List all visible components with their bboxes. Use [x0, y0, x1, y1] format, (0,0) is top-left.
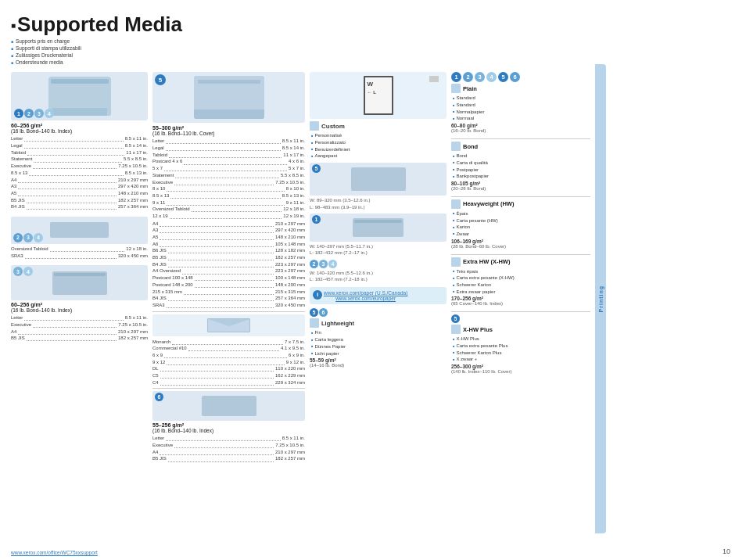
subtitle-2: Supporti di stampa utilizzabili [11, 45, 735, 52]
column-1: 1 2 3 4 60–256 g/m² (16 lb. Bond–140 lb.… [11, 72, 148, 533]
xhwplus-weight: 256–300 g/m² [451, 364, 590, 369]
type-xhwplus: 5 X-HW Plus X-HW Plus Carta extra pesant… [451, 314, 590, 374]
hw-weight-sub: (28 lb. Bond–60 lb. Cover) [451, 244, 590, 249]
xhw-icon [451, 257, 461, 267]
xhwplus-item-3: Schwerer Karton Plus [453, 350, 590, 357]
lightweight-section: 5 6 Lightweight Fin Carta leggera Dünnes… [310, 308, 447, 368]
badge-5-lw: 5 [310, 308, 318, 317]
info-link-1[interactable]: www.xerox.com/paper (U.S./Canada) [324, 290, 407, 296]
tray-illustration-1: 2 3 4 [11, 217, 148, 244]
bond-icon [451, 142, 461, 151]
main-layout: 1 2 3 4 60–256 g/m² (16 lb. Bond–140 lb.… [11, 72, 735, 533]
bond-item-2: Carta di qualità [453, 160, 590, 167]
plain-weight-sub: (16–20 lb. Bond) [451, 128, 590, 133]
custom-item-3: Benutzerdefiniert [311, 146, 447, 153]
badge-6-lw: 6 [319, 308, 328, 317]
xhw-item-2: Carta extra pesante (X-HW) [453, 275, 590, 282]
hw-item-3: Karton [453, 224, 590, 231]
custom-dims-1: W: 89–320 mm (3.5–12.6 in.) L: 98–483 mm… [310, 197, 447, 210]
badge-4-custom: 4 [328, 260, 337, 268]
subtitle-list: Supports pris en charge Supporti di stam… [11, 38, 735, 66]
plain-item-2: Standard [453, 102, 590, 109]
badge-1: 1 [14, 109, 23, 118]
badge-1-custom: 1 [312, 215, 321, 224]
section-block-1: 1 2 3 4 60–256 g/m² (16 lb. Bond–140 lb.… [11, 72, 148, 210]
badge-all-1: 1 [451, 72, 461, 82]
tray-illustration-2: 3 4 [11, 265, 148, 300]
xhw-weight: 170–256 g/m² [451, 296, 590, 301]
custom-title-row: Custom [310, 121, 447, 131]
footer-link[interactable]: www.xerox.com/office/WC75xxsupport [11, 550, 98, 555]
custom-item-1: Personnalisé [311, 132, 447, 139]
subtitle-1: Supports pris en charge [11, 38, 735, 45]
section-weight-3: 60–256 g/m² (16 lb. Bond–140 lb. Index) [11, 302, 148, 313]
column-3: W← L Custom Personnalisé Personalizzato … [310, 72, 447, 533]
type-hw: Heavyweight (HW) Épais Carta pesante (HW… [451, 199, 590, 249]
custom-item-4: Aangepast [311, 153, 447, 160]
badge-4b: 4 [34, 233, 43, 242]
badge-3c: 3 [13, 267, 23, 276]
custom-section: W← L Custom Personnalisé Personalizzato … [310, 72, 447, 368]
badge-3b: 3 [23, 233, 33, 242]
media-items-1: Letter8.5 x 11 in. Legal8.5 x 14 in. Tab… [11, 135, 148, 210]
page-number: 10 [723, 547, 730, 555]
custom-tray234-block: 2 3 4 W: 140–320 mm (5.5–12.6 in.) L: 18… [310, 260, 447, 283]
custom-items-list: Personnalisé Personalizzato Benutzerdefi… [311, 132, 447, 160]
badge-all-5: 5 [498, 72, 508, 82]
lw-weight-sub: (14–16 lb. Bond) [310, 363, 447, 368]
subtitle-4: Ondersteunde media [11, 59, 735, 66]
section-6-block: 6 55–256 g/m² (16 lb. Bond–140 lb. Index… [152, 391, 305, 462]
plain-item-1: Standard [453, 95, 590, 102]
custom-title: Custom [321, 123, 345, 130]
info-icon: i [313, 290, 322, 300]
badge-2b: 2 [13, 233, 23, 242]
badge-all-6: 6 [510, 72, 520, 82]
bond-items: Bond Carta di qualità Postpapier Bankpos… [453, 153, 590, 180]
lw-item-4: Licht papier [311, 350, 447, 357]
subtitle-3: Zulässiges Druckmaterial [11, 52, 735, 59]
custom-dims-2: W: 140–297 mm (5.5–11.7 in.) L: 182–432 … [310, 243, 447, 257]
xhw-item-4: Extra zwaar papier [453, 289, 590, 296]
badge-4: 4 [45, 109, 54, 118]
page-container: Supported Media Supports pris en charge … [0, 0, 746, 560]
badge-all-4: 4 [486, 72, 497, 82]
printer-illustration-1: 1 2 3 4 [11, 72, 148, 120]
badge-3: 3 [34, 109, 44, 118]
section-block-3: 3 4 60–256 g/m² (16 lb. Bond–140 lb. Ind… [11, 265, 148, 342]
bond-weight: 80–105 g/m² [451, 181, 590, 186]
section-block-2: 2 3 4 Oversized Tabloid12 x 18 in. SRA33… [11, 217, 148, 259]
info-link-2[interactable]: www.xerox.com/europaper [324, 296, 407, 301]
badge-all-3: 3 [475, 72, 485, 82]
section-weight-5: 55–300 g/m² (16 lb. Bond–110 lb. Cover) [152, 125, 305, 136]
type-bond: Bond Bond Carta di qualità Postpapier Ba… [451, 142, 590, 191]
hw-weight: 106–169 g/m² [451, 239, 590, 244]
bond-item-1: Bond [453, 153, 590, 160]
type-plain: Plain Standard Standard Normalpapier Nor… [451, 84, 590, 133]
custom-item-2: Personalizzato [311, 139, 447, 146]
lw-item-1: Fin [311, 329, 447, 336]
custom-dims-3: W: 140–320 mm (5.5–12.6 in.) L: 182–457 … [310, 270, 447, 283]
bond-title: Bond [463, 143, 478, 150]
xhw-item-3: Schwerer Karton [453, 282, 590, 289]
lightweight-items: Fin Carta leggera Dünnes Papier Licht pa… [311, 329, 447, 357]
badge-2-custom: 2 [310, 260, 318, 268]
info-box: i www.xerox.com/paper (U.S./Canada) www.… [310, 287, 447, 304]
column-4: 1 2 3 4 5 6 Plain Standard Standard Norm… [451, 72, 590, 533]
type-xhw: Extra HW (X-HW) Très épais Carta extra p… [451, 257, 590, 307]
xhw-weight-sub: (65 Cover–140 lb. Index) [451, 301, 590, 306]
side-tab: Printing [595, 64, 606, 533]
hw-item-4: Zwaar [453, 231, 590, 238]
badge-3-custom: 3 [319, 260, 328, 268]
lightweight-icon [310, 318, 319, 328]
badge-row-all: 1 2 3 4 5 6 [451, 72, 590, 82]
page-title: Supported Media [11, 14, 735, 34]
badge-5: 5 [155, 74, 166, 85]
badge-5-xhwplus: 5 [451, 314, 460, 323]
hw-icon [451, 199, 461, 209]
lw-item-2: Carta leggera [311, 336, 447, 343]
xhwplus-item-2: Carta extra pesante Plus [453, 343, 590, 350]
bond-item-4: Bankpostpapier [453, 173, 590, 180]
badge-5-custom: 5 [312, 164, 321, 173]
xhwplus-title: X-HW Plus [463, 326, 493, 333]
envelope-section: Monarch7 x 7.5 in. Commercial #104.1 x 9… [152, 314, 305, 386]
